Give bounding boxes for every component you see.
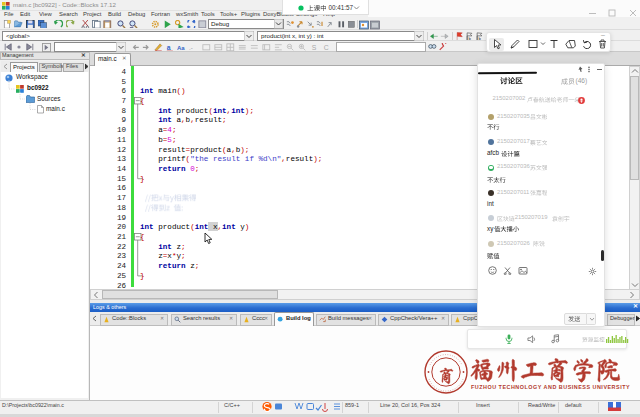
svg-text:C: C xyxy=(324,43,329,50)
svg-text:S: S xyxy=(312,43,317,50)
svg-text:b: b xyxy=(468,36,471,41)
svg-text:Aa: Aa xyxy=(177,44,185,50)
svg-text:.-: .- xyxy=(189,44,193,50)
svg-text:a: a xyxy=(167,43,171,50)
svg-text:b: b xyxy=(478,36,481,41)
